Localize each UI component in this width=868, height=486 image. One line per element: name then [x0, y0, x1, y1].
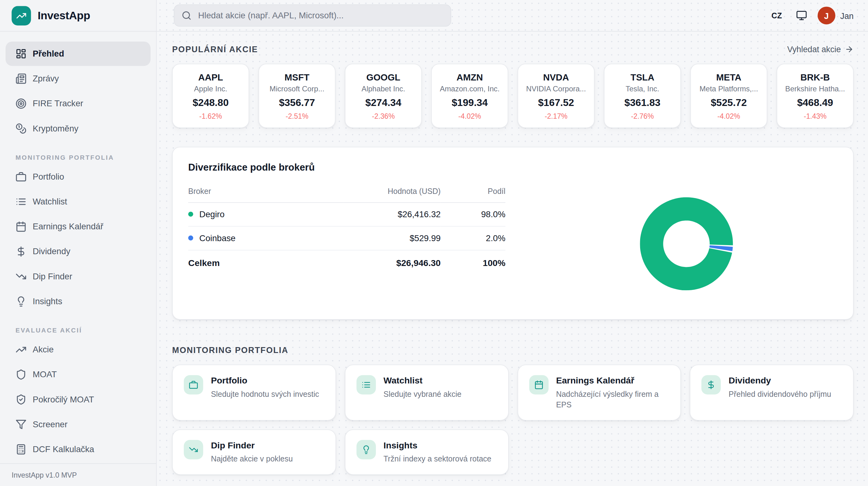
sidebar-item-label: Dividendy	[33, 247, 70, 257]
feature-card-watchlist[interactable]: Watchlist Sledujte vybrané akcie	[345, 365, 508, 421]
app-version: InvestApp v1.0 MVP	[0, 463, 156, 486]
list-icon	[356, 375, 376, 394]
stock-price: $167.52	[538, 97, 574, 108]
stock-company: Meta Platforms,...	[700, 85, 758, 93]
feature-card-insights[interactable]: Insights Tržní indexy a sektorová rotace	[345, 429, 508, 475]
stock-company: Alphabet Inc.	[362, 85, 405, 93]
sidebar-spacer	[0, 456, 156, 463]
monitor-icon	[796, 10, 807, 21]
trending-down-icon	[16, 271, 27, 282]
briefcase-icon	[16, 171, 27, 182]
stock-card-amzn[interactable]: AMZN Amazon.com, Inc. $199.34 -4.02%	[431, 64, 508, 128]
stock-company: Amazon.com, Inc.	[440, 85, 500, 93]
sidebar-item-label: MOAT	[33, 369, 57, 379]
stock-price: $361.83	[624, 97, 660, 108]
sidebar-item-insights[interactable]: Insights	[6, 289, 151, 314]
sidebar-section-evaluace: EVALUACE AKCIÍ	[6, 327, 151, 335]
feature-card-dividendy[interactable]: Dividendy Přehled dividendového příjmu	[690, 365, 854, 421]
briefcase-icon	[184, 375, 203, 394]
avatar: J	[817, 6, 835, 24]
calendar-icon	[16, 221, 27, 232]
sidebar-item-label: Pokročilý MOAT	[33, 395, 94, 405]
sidebar-item-screener[interactable]: Screener	[6, 412, 151, 437]
sidebar-item-fire-tracker[interactable]: FIRE Tracker	[6, 91, 151, 116]
user-menu[interactable]: J Jan	[817, 6, 854, 24]
stock-ticker: TSLA	[630, 72, 654, 82]
sidebar-item-watchlist[interactable]: Watchlist	[6, 190, 151, 214]
sidebar-item-akcie[interactable]: Akcie	[6, 338, 151, 362]
feature-cards-grid: Portfolio Sledujte hodnotu svých investi…	[172, 365, 854, 475]
feature-desc: Nadcházející výsledky firem a EPS	[556, 389, 669, 410]
sidebar-item-pokrocily-moat[interactable]: Pokročilý MOAT	[6, 387, 151, 411]
search-input[interactable]	[197, 10, 444, 21]
feature-desc: Sledujte hodnotu svých investic	[211, 389, 319, 400]
table-row-coinbase: Coinbase $529.99 2.0%	[188, 226, 505, 250]
broker-value: $26,416.32	[343, 203, 441, 227]
broker-donut-chart	[505, 182, 838, 305]
sidebar-item-dcf-kalkulacka[interactable]: DCF Kalkulačka	[6, 437, 151, 456]
stock-ticker: GOOGL	[366, 72, 400, 82]
sidebar-header: InvestApp	[0, 0, 156, 32]
monitoring-section-title: MONITORING PORTFOLIA	[172, 345, 289, 354]
stock-price: $274.34	[365, 97, 401, 108]
theme-toggle[interactable]	[796, 10, 807, 21]
feature-desc: Sledujte vybrané akcie	[383, 389, 461, 400]
sidebar-item-portfolio[interactable]: Portfolio	[6, 165, 151, 189]
lightbulb-icon	[16, 296, 27, 307]
stock-change: -1.43%	[804, 112, 827, 120]
feature-desc: Najděte akcie v poklesu	[211, 454, 293, 464]
total-share: 100%	[440, 250, 505, 275]
stock-card-googl[interactable]: GOOGL Alphabet Inc. $274.34 -2.36%	[345, 64, 422, 128]
feature-card-dip-finder[interactable]: Dip Finder Najděte akcie v poklesu	[172, 429, 336, 475]
language-toggle[interactable]: CZ	[768, 10, 785, 21]
topbar: CZ J Jan	[157, 0, 868, 32]
stock-change: -2.76%	[631, 112, 654, 120]
sidebar: InvestApp Přehled Zprávy FIRE Tracker Kr…	[0, 0, 157, 486]
coinbase-dot	[188, 235, 193, 240]
search-box	[174, 4, 451, 26]
shield-icon	[16, 369, 27, 380]
col-broker: Broker	[188, 182, 343, 203]
app-logo	[11, 6, 31, 25]
sidebar-item-zpravy[interactable]: Zprávy	[6, 66, 151, 91]
sidebar-item-dip-finder[interactable]: Dip Finder	[6, 264, 151, 289]
target-icon	[16, 98, 27, 109]
stock-card-aapl[interactable]: AAPL Apple Inc. $248.80 -1.62%	[172, 64, 249, 128]
stock-change: -4.02%	[458, 112, 481, 120]
stock-card-tsla[interactable]: TSLA Tesla, Inc. $361.83 -2.76%	[604, 64, 681, 128]
stock-card-msft[interactable]: MSFT Microsoft Corp... $356.77 -2.51%	[258, 64, 336, 128]
user-name: Jan	[840, 11, 854, 20]
search-stocks-link[interactable]: Vyhledat akcie	[787, 45, 854, 54]
broker-share: 98.0%	[440, 203, 505, 227]
sidebar-item-label: Přehled	[33, 49, 64, 59]
stock-change: -2.36%	[372, 112, 395, 120]
col-share: Podíl	[440, 182, 505, 203]
stock-ticker: META	[716, 72, 741, 82]
list-icon	[16, 196, 27, 207]
stock-card-meta[interactable]: META Meta Platforms,... $525.72 -4.02%	[690, 64, 767, 128]
stock-change: -2.17%	[545, 112, 567, 120]
stock-company: Berkshire Hatha...	[785, 85, 845, 93]
sidebar-item-earnings-kalendar[interactable]: Earnings Kalendář	[6, 215, 151, 239]
col-value: Hodnota (USD)	[343, 182, 441, 203]
dollar-sign-icon	[702, 375, 721, 394]
sidebar-item-moat[interactable]: MOAT	[6, 362, 151, 387]
donut-slice-degiro	[640, 197, 733, 290]
sidebar-item-label: Insights	[33, 296, 62, 306]
sidebar-item-label: FIRE Tracker	[33, 98, 83, 109]
stock-change: -4.02%	[717, 112, 740, 120]
sidebar-item-label: Portfolio	[33, 172, 64, 182]
sidebar-item-dividendy[interactable]: Dividendy	[6, 239, 151, 263]
sidebar-item-label: Earnings Kalendář	[33, 222, 103, 231]
coins-icon	[16, 123, 27, 134]
stock-card-nvda[interactable]: NVDA NVIDIA Corpora... $167.52 -2.17%	[518, 64, 594, 128]
stock-ticker: MSFT	[285, 72, 310, 82]
app-title: InvestApp	[37, 9, 90, 22]
broker-name: Degiro	[199, 209, 224, 219]
feature-card-earnings[interactable]: Earnings Kalendář Nadcházející výsledky …	[517, 365, 681, 421]
stock-card-brk-b[interactable]: BRK-B Berkshire Hatha... $468.49 -1.43%	[777, 64, 854, 128]
sidebar-item-kryptomeny[interactable]: Kryptoměny	[6, 116, 151, 140]
lightbulb-icon	[356, 440, 376, 459]
sidebar-item-prehled[interactable]: Přehled	[6, 41, 151, 66]
feature-card-portfolio[interactable]: Portfolio Sledujte hodnotu svých investi…	[172, 365, 336, 421]
